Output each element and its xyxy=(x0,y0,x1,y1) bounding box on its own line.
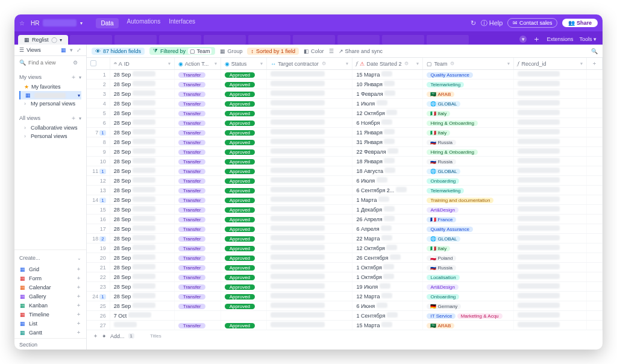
table-row[interactable]: 26 7 Oct 1 Сентября IT Service Marketing… xyxy=(87,311,603,321)
target-cell[interactable] xyxy=(267,176,352,186)
record-cell[interactable] xyxy=(514,99,586,108)
ai-add-icon[interactable]: ✦ xyxy=(102,333,107,339)
create-calendar[interactable]: ▦Calendar＋ xyxy=(14,283,86,292)
status-cell[interactable]: Approved xyxy=(221,272,267,282)
status-cell[interactable]: Approved xyxy=(221,118,267,128)
chevron-down-icon[interactable]: ⌄ xyxy=(77,256,81,261)
create-list[interactable]: ▦List＋ xyxy=(14,319,86,328)
team-cell[interactable]: 🇩🇪Germany xyxy=(423,301,514,311)
id-cell[interactable]: 28 Sep xyxy=(110,176,174,186)
record-cell[interactable] xyxy=(514,272,586,282)
target-cell[interactable] xyxy=(267,243,352,253)
add-row-button[interactable]: ＋ xyxy=(93,332,98,340)
create-timeline[interactable]: ▦Timeline＋ xyxy=(14,310,86,319)
action-cell[interactable]: Transfer xyxy=(174,99,221,108)
id-cell[interactable]: 28 Sep xyxy=(110,108,174,118)
table-row[interactable]: 19 28 Sep Transfer Approved 12 Октября 🇮… xyxy=(87,243,603,253)
team-cell[interactable]: Quality Assurance xyxy=(423,224,514,234)
table-row[interactable]: 12 28 Sep Transfer Approved 6 Июля Onboa… xyxy=(87,176,603,186)
table-row[interactable]: 182 28 Sep Transfer Approved 22 Марта 🌐G… xyxy=(87,234,603,243)
date-cell[interactable]: 10 Января xyxy=(352,80,423,89)
target-cell[interactable] xyxy=(267,215,352,224)
status-cell[interactable]: Approved xyxy=(221,99,267,108)
chevron-down-icon[interactable]: ▾ xyxy=(60,37,62,43)
id-cell[interactable]: 28 Sep xyxy=(110,99,174,108)
date-cell[interactable]: 1 Февраля xyxy=(352,89,423,99)
team-cell[interactable]: 🇮🇹Italy xyxy=(423,128,514,137)
table-row[interactable]: 3 28 Sep Transfer Approved 1 Февраля 🇸🇦A… xyxy=(87,89,603,99)
expand-icon[interactable]: ⤢ xyxy=(77,47,81,53)
sort-pill[interactable]: ↕ Sorted by 1 field xyxy=(247,48,299,55)
status-cell[interactable]: Approved xyxy=(221,205,267,215)
action-cell[interactable]: Transfer xyxy=(174,272,221,282)
action-cell[interactable]: Transfer xyxy=(174,137,221,147)
status-cell[interactable]: Approved xyxy=(221,166,267,176)
action-cell[interactable]: Transfer xyxy=(174,224,221,234)
share-button[interactable]: 👥 Share xyxy=(562,19,598,27)
date-cell[interactable]: 31 Января xyxy=(352,137,423,147)
team-cell[interactable]: Telemarketing xyxy=(423,186,514,195)
row-number[interactable]: 4 xyxy=(87,99,110,108)
action-cell[interactable]: Transfer xyxy=(174,282,221,292)
add-table-button[interactable]: ＋ xyxy=(533,34,540,45)
search-icon[interactable]: 🔍 xyxy=(591,48,598,54)
id-cell[interactable]: 28 Sep xyxy=(110,128,174,137)
table-row[interactable]: 17 28 Sep Transfer Approved 6 Апреля Qua… xyxy=(87,224,603,234)
help-button[interactable]: ⓘ Help xyxy=(481,19,503,28)
status-cell[interactable]: Approved xyxy=(221,292,267,301)
date-cell[interactable]: 1 Декабря xyxy=(352,205,423,215)
action-cell[interactable]: Transfer xyxy=(174,243,221,253)
row-number[interactable]: 15 xyxy=(87,205,110,215)
collaborative-views-item[interactable]: ›Collaborative views xyxy=(19,124,81,132)
team-cell[interactable]: 🇫🇷France xyxy=(423,215,514,224)
id-cell[interactable]: 28 Sep xyxy=(110,253,174,263)
table-row[interactable]: 2 28 Sep Transfer Approved 10 Января Tel… xyxy=(87,80,603,89)
record-cell[interactable] xyxy=(514,234,586,243)
add-icon[interactable]: ＋ xyxy=(76,310,81,318)
date-cell[interactable]: 15 Марта xyxy=(352,321,423,330)
row-number[interactable]: 20 xyxy=(87,253,110,263)
date-cell[interactable]: 6 Сентября 2... xyxy=(352,186,423,195)
add-icon[interactable]: ＋ xyxy=(76,292,81,300)
team-cell[interactable]: Localisation xyxy=(423,272,514,282)
target-cell[interactable] xyxy=(267,234,352,243)
table-row[interactable]: 27 Transfer Approved 15 Марта 🇸🇦ARAB xyxy=(87,321,603,330)
record-cell[interactable] xyxy=(514,253,586,263)
nav-automations[interactable]: Automations xyxy=(127,18,161,28)
table-row[interactable]: 9 28 Sep Transfer Approved 22 Февраля Hi… xyxy=(87,147,603,157)
id-cell[interactable]: 28 Sep xyxy=(110,205,174,215)
id-cell[interactable]: 28 Sep xyxy=(110,243,174,253)
target-cell[interactable] xyxy=(267,128,352,137)
target-cell[interactable] xyxy=(267,137,352,147)
target-cell[interactable] xyxy=(267,157,352,166)
tab-placeholder[interactable] xyxy=(382,35,424,45)
status-cell[interactable]: Approved xyxy=(221,147,267,157)
team-cell[interactable]: Art&Design xyxy=(423,282,514,292)
record-cell[interactable] xyxy=(514,176,586,186)
id-cell[interactable]: 28 Sep xyxy=(110,224,174,234)
row-number[interactable]: 16 xyxy=(87,215,110,224)
tab-placeholder[interactable] xyxy=(427,35,469,45)
action-cell[interactable]: Transfer xyxy=(174,128,221,137)
share-sync-button[interactable]: ↗ Share and sync xyxy=(339,48,383,54)
id-cell[interactable]: 28 Sep xyxy=(110,166,174,176)
status-cell[interactable]: Approved xyxy=(221,253,267,263)
row-number[interactable]: 12 xyxy=(87,176,110,186)
id-cell[interactable]: 28 Sep xyxy=(110,195,174,205)
table-row[interactable]: 141 28 Sep Transfer Approved 1 Марта Tra… xyxy=(87,195,603,205)
team-cell[interactable]: 🌐GLOBAL xyxy=(423,99,514,108)
find-view-input[interactable] xyxy=(28,60,70,66)
target-cell[interactable] xyxy=(267,118,352,128)
status-cell[interactable]: Approved xyxy=(221,195,267,205)
team-cell[interactable]: Onboarding xyxy=(423,176,514,186)
chevron-down-icon[interactable]: ▾ xyxy=(79,75,81,80)
add-icon[interactable]: ＋ xyxy=(76,319,81,327)
action-cell[interactable]: Transfer xyxy=(174,253,221,263)
history-icon[interactable]: ↻ xyxy=(471,19,476,27)
record-cell[interactable] xyxy=(514,321,586,330)
status-cell[interactable]: Approved xyxy=(221,215,267,224)
target-cell[interactable] xyxy=(267,166,352,176)
status-cell[interactable]: Approved xyxy=(221,70,267,80)
date-cell[interactable]: 18 Января xyxy=(352,157,423,166)
chevron-down-icon[interactable]: ▾ xyxy=(79,116,81,121)
